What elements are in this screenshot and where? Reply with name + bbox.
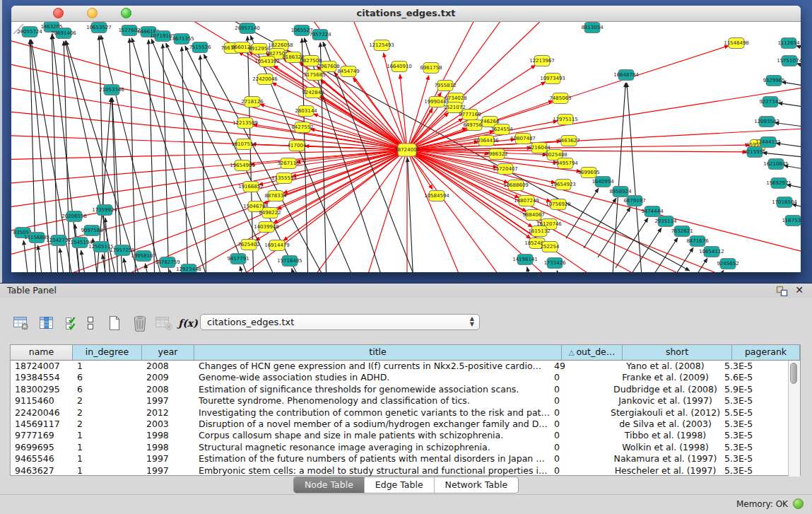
graph-node[interactable]: 6879197: [623, 196, 645, 206]
graph-node[interactable]: 12093582: [754, 117, 779, 127]
graph-node[interactable]: 8498222: [259, 208, 281, 218]
window-resize-grip[interactable]: [11, 22, 24, 35]
tab-node-table[interactable]: Node Table: [294, 477, 364, 493]
graph-node[interactable]: 20364436: [473, 136, 499, 146]
graph-node[interactable]: 15716485: [277, 256, 302, 267]
float-window-icon[interactable]: [776, 286, 788, 296]
graph-node[interactable]: 7955812: [434, 81, 456, 91]
graph-node[interactable]: 26957140: [235, 23, 260, 34]
row-height-icon[interactable]: [83, 313, 98, 333]
graph-node[interactable]: 8454749: [337, 66, 359, 77]
graph-node[interactable]: 3175685: [303, 70, 325, 81]
graph-node[interactable]: 16640910: [387, 62, 412, 72]
graph-node[interactable]: 11355554: [271, 173, 297, 184]
graph-node[interactable]: 12213967: [529, 56, 555, 66]
graph-node[interactable]: 16210645: [763, 159, 789, 170]
table-row[interactable]: 1456911722003Disruption of a novel membe…: [11, 419, 788, 430]
column-header-short[interactable]: short: [623, 345, 732, 360]
graph-node[interactable]: 12125493: [369, 40, 394, 51]
graph-node[interactable]: 1733426: [543, 258, 566, 269]
graph-node[interactable]: 17016504: [772, 197, 797, 208]
column-header-pagerank[interactable]: pagerank: [732, 345, 800, 360]
graph-node[interactable]: 6961758: [420, 63, 442, 74]
column-header-in-degree[interactable]: in_degree: [73, 345, 142, 360]
table-row[interactable]: 1938455462009Genome-wide association stu…: [11, 372, 788, 383]
graph-node[interactable]: 10654112: [699, 247, 724, 257]
graph-node[interactable]: 2718126: [241, 97, 264, 107]
new-table-icon[interactable]: [105, 313, 124, 333]
graph-node[interactable]: 7957224: [309, 30, 331, 40]
table-selector-dropdown[interactable]: citations_edges.txt ▲▼: [200, 314, 480, 330]
delete-table-icon[interactable]: [154, 313, 174, 333]
graph-node[interactable]: 9463627: [558, 136, 579, 146]
graph-node[interactable]: 8878334: [264, 191, 287, 201]
column-header-title[interactable]: title: [194, 345, 562, 360]
column-header-out-de-[interactable]: △out_de…: [562, 345, 623, 360]
scrollbar-thumb[interactable]: [790, 363, 797, 384]
graph-node[interactable]: 20206556: [61, 211, 87, 222]
table-row[interactable]: 2242004622012Investigating the contribut…: [11, 407, 788, 419]
memory-ok-icon[interactable]: [793, 498, 804, 509]
graph-node[interactable]: 19166852: [238, 182, 264, 192]
graph-node[interactable]: 8471676: [686, 236, 709, 247]
graph-node[interactable]: 15692971: [766, 178, 792, 189]
graph-node[interactable]: 2935114: [654, 216, 677, 227]
graph-node[interactable]: 7632621: [671, 226, 693, 237]
citation-network-graph[interactable]: 1872400776638229660128891295418226058982…: [11, 22, 801, 272]
table-header-row[interactable]: namein_degreeyeartitle△out_de…shortpager…: [11, 345, 800, 361]
graph-node[interactable]: 10756928: [546, 199, 571, 210]
table-row[interactable]: 946362711997Embryonic stem cells: a mode…: [11, 465, 788, 477]
graph-node[interactable]: 9777169: [459, 110, 481, 120]
graph-node[interactable]: 9329965: [763, 76, 784, 86]
graph-node[interactable]: 9227341: [759, 97, 781, 107]
table-row[interactable]: 946554611997Estimation of the future num…: [11, 453, 788, 465]
select-rows-icon[interactable]: [62, 313, 82, 333]
graph-node[interactable]: 22420046: [252, 74, 278, 85]
delete-rows-icon[interactable]: [130, 313, 150, 333]
graph-node[interactable]: 1112654: [777, 38, 800, 49]
graph-node[interactable]: 8427552: [291, 122, 313, 133]
column-header-name[interactable]: name: [11, 345, 73, 360]
graph-node[interactable]: 9242848: [302, 88, 324, 98]
graph-node[interactable]: 11548498: [724, 38, 749, 49]
graph-node[interactable]: 18724007: [394, 144, 420, 156]
window-titlebar[interactable]: citations_edges.txt: [11, 6, 801, 22]
graph-node[interactable]: 9245652: [717, 259, 739, 269]
graph-node[interactable]: 8958924: [609, 187, 632, 197]
graph-node[interactable]: 10807487: [510, 134, 536, 144]
table-row[interactable]: 911546021997Tourette syndrome. Phenomeno…: [11, 395, 788, 407]
table-scrollbar[interactable]: [788, 361, 800, 477]
tab-network-table[interactable]: Network Table: [434, 477, 519, 493]
network-canvas[interactable]: 1872400776638229660128891295418226058982…: [11, 22, 801, 272]
graph-node[interactable]: 252254: [541, 242, 560, 252]
graph-node[interactable]: 10973493: [540, 74, 565, 84]
table-row[interactable]: 1830029562008Estimation of significance …: [11, 384, 788, 395]
graph-node[interactable]: 8813054: [581, 23, 604, 33]
table-row[interactable]: 977716911998Corpus callosum shape and si…: [11, 430, 788, 441]
graph-node[interactable]: 2803144: [295, 106, 317, 117]
graph-node[interactable]: 1640954: [592, 177, 614, 187]
graph-node[interactable]: 16914479: [264, 240, 290, 251]
graph-node[interactable]: 7485063: [549, 93, 571, 104]
graph-node[interactable]: 12975115: [553, 115, 578, 125]
graph-node[interactable]: 14196141: [512, 255, 538, 265]
graph-node[interactable]: 14039948: [254, 222, 279, 233]
graph-node[interactable]: 15751074: [777, 56, 801, 66]
graph-node[interactable]: 3624554: [490, 124, 513, 135]
table-row[interactable]: 969969511998Structural magnetic resonanc…: [11, 442, 788, 453]
tab-edge-table[interactable]: Edge Table: [364, 477, 434, 493]
graph-node[interactable]: 10653527: [86, 23, 112, 33]
graph-node[interactable]: 16648784: [613, 70, 639, 81]
column-chooser-icon[interactable]: [37, 313, 57, 333]
graph-node[interactable]: 9884067: [522, 210, 544, 221]
graph-node[interactable]: 8215955: [743, 147, 765, 158]
graph-node[interactable]: 21053346: [99, 85, 124, 95]
graph-node[interactable]: 3267110: [277, 158, 299, 169]
graph-node[interactable]: 7515526: [189, 42, 211, 53]
graph-node[interactable]: 7986322: [486, 149, 507, 160]
table-row[interactable]: 1872400712008Changes of HCN gene express…: [11, 361, 788, 372]
close-panel-icon[interactable]: ✕: [795, 284, 804, 296]
function-builder-icon[interactable]: ƒ(x): [178, 313, 198, 333]
graph-node[interactable]: 9457791: [227, 254, 249, 264]
graph-node[interactable]: 417004: [288, 141, 307, 151]
